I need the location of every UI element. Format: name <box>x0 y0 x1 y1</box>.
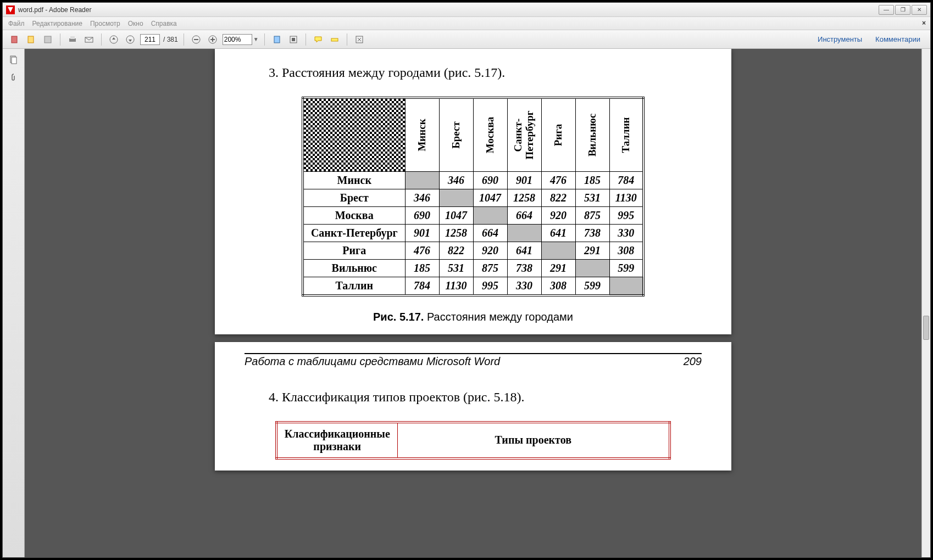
app-icon <box>6 5 15 14</box>
doc-close-icon[interactable]: × <box>922 19 926 27</box>
distance-table: МинскБрестМоскваСанкт- ПетербургРигаВиль… <box>302 97 645 296</box>
comments-panel-button[interactable]: Комментарии <box>871 33 925 46</box>
table-cell: 995 <box>473 277 507 295</box>
table-row: Москва6901047664920875995 <box>303 206 643 224</box>
table-cell: 738 <box>575 224 609 242</box>
page-down-icon[interactable] <box>124 33 137 46</box>
column-header: Брест <box>439 98 473 171</box>
document-viewport[interactable]: 3. Расстояния между городами (рис. 5.17)… <box>25 49 921 557</box>
table-cell: 784 <box>609 171 643 189</box>
tools-panel-button[interactable]: Инструменты <box>813 33 867 46</box>
pdf-page: 3. Расстояния между городами (рис. 5.17)… <box>215 49 731 334</box>
minimize-button[interactable]: — <box>879 5 894 15</box>
table-cell: 308 <box>541 277 575 295</box>
maximize-button[interactable]: ❐ <box>895 5 910 15</box>
table-cell: 822 <box>541 189 575 206</box>
table-cell: 330 <box>609 224 643 242</box>
table-cell: 476 <box>405 242 439 259</box>
left-rail <box>3 49 25 557</box>
table-cell: 476 <box>541 171 575 189</box>
table-cell: 664 <box>507 206 541 224</box>
vertical-scrollbar[interactable] <box>921 49 930 557</box>
table-cell: 664 <box>473 224 507 242</box>
table-cell: 995 <box>609 206 643 224</box>
table-cell <box>439 189 473 206</box>
row-header: Брест <box>303 189 405 206</box>
create-pdf-icon[interactable] <box>25 33 38 46</box>
table-cell: 901 <box>507 171 541 189</box>
column-header: Минск <box>405 98 439 171</box>
toolbar: / 381 ▼ Инструменты Комментарии <box>3 30 930 49</box>
table-cell: 346 <box>439 171 473 189</box>
table-cell: 185 <box>575 171 609 189</box>
row-header: Таллин <box>303 277 405 295</box>
zoom-dropdown-icon[interactable]: ▼ <box>253 36 259 42</box>
menu-edit[interactable]: Редактирование <box>32 20 82 27</box>
table-cell: 531 <box>575 189 609 206</box>
menu-help[interactable]: Справка <box>151 20 177 27</box>
table-cell: 1130 <box>439 277 473 295</box>
svg-rect-0 <box>12 36 17 43</box>
table-cell: 599 <box>609 259 643 277</box>
table-cell: 738 <box>507 259 541 277</box>
table-row: Минск346690901476185784 <box>303 171 643 189</box>
table-cell: 308 <box>609 242 643 259</box>
table-cell: 1258 <box>507 189 541 206</box>
close-button[interactable]: ✕ <box>912 5 927 15</box>
table-cell: 875 <box>473 259 507 277</box>
table-cell: 641 <box>507 242 541 259</box>
svg-rect-9 <box>194 39 198 40</box>
column-header: Вильнюс <box>575 98 609 171</box>
table-cell: 901 <box>405 224 439 242</box>
table-cell: 920 <box>473 242 507 259</box>
table-cell <box>541 242 575 259</box>
svg-rect-1 <box>28 36 34 43</box>
scroll-thumb[interactable] <box>923 316 929 340</box>
list-item-4: 4. Классификация типов проектов (рис. 5.… <box>269 390 702 405</box>
zoom-out-icon[interactable] <box>190 33 203 46</box>
table-cell: 185 <box>405 259 439 277</box>
zoom-in-icon[interactable] <box>206 33 219 46</box>
column-header: Москва <box>473 98 507 171</box>
table-cell <box>575 259 609 277</box>
table-cell: 1258 <box>439 224 473 242</box>
export-pdf-icon[interactable] <box>8 33 21 46</box>
table-cell: 531 <box>439 259 473 277</box>
table-cell: 330 <box>507 277 541 295</box>
table-cell: 690 <box>473 171 507 189</box>
menubar: Файл Редактирование Просмотр Окно Справк… <box>3 17 930 30</box>
table-cell: 875 <box>575 206 609 224</box>
attachments-icon[interactable] <box>8 72 19 83</box>
thumbnails-icon[interactable] <box>8 54 19 65</box>
page-number-input[interactable] <box>140 34 160 45</box>
app-window: word.pdf - Adobe Reader — ❐ ✕ Файл Редак… <box>2 2 931 558</box>
save-icon[interactable] <box>41 33 54 46</box>
fit-page-icon[interactable] <box>287 33 300 46</box>
table-cell: 346 <box>405 189 439 206</box>
table-header: Типы проектов <box>397 422 670 458</box>
table-cell <box>473 206 507 224</box>
print-icon[interactable] <box>66 33 79 46</box>
table-header: Классификационные признаки <box>276 422 397 458</box>
pdf-page: Работа с таблицами средствами Microsoft … <box>215 342 731 471</box>
table-row: Таллин7841130995330308599 <box>303 277 643 295</box>
email-icon[interactable] <box>82 33 96 46</box>
table-cell: 822 <box>439 242 473 259</box>
table-cell: 641 <box>541 224 575 242</box>
page-total: / 381 <box>163 36 178 43</box>
column-header: Санкт- Петербург <box>507 98 541 171</box>
table-cell: 599 <box>575 277 609 295</box>
save-copy-icon[interactable] <box>270 33 284 46</box>
menu-window[interactable]: Окно <box>128 20 143 27</box>
comment-icon[interactable] <box>312 33 325 46</box>
menu-view[interactable]: Просмотр <box>90 20 120 27</box>
list-item-3: 3. Расстояния между городами (рис. 5.17)… <box>269 65 702 80</box>
classification-table: Классификационные признаки Типы проектов <box>275 421 671 460</box>
menu-file[interactable]: Файл <box>8 20 25 27</box>
read-mode-icon[interactable] <box>353 33 366 46</box>
row-header: Вильнюс <box>303 259 405 277</box>
highlight-icon[interactable] <box>328 33 341 46</box>
row-header: Рига <box>303 242 405 259</box>
page-up-icon[interactable] <box>107 33 120 46</box>
zoom-select[interactable] <box>223 34 252 45</box>
